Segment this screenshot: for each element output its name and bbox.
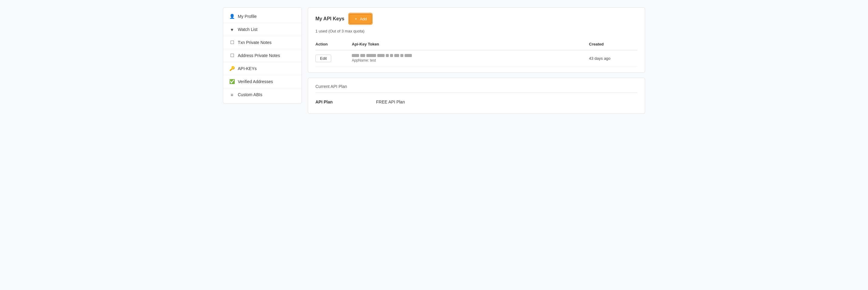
key-icon: 🔑: [229, 66, 235, 71]
column-action: Action: [315, 39, 352, 50]
api-keys-card: My API Keys ＋ Add 1 used (Out of 3 max q…: [308, 7, 645, 73]
token-block-7: [394, 54, 399, 57]
sidebar-item-custom-abis[interactable]: ≡ Custom ABIs: [223, 88, 302, 101]
plan-label: API Plan: [315, 99, 376, 104]
created-cell: 43 days ago: [589, 50, 638, 66]
sidebar-item-watch-list[interactable]: ♥ Watch List: [223, 23, 302, 36]
sidebar: 👤 My Profile ♥ Watch List ☐ Txn Private …: [223, 7, 302, 104]
sidebar-item-label: Address Private Notes: [238, 53, 280, 58]
action-cell: Edit: [315, 50, 352, 66]
api-keys-header: My API Keys ＋ Add: [315, 13, 638, 24]
token-block-4: [377, 54, 384, 57]
plan-value: FREE API Plan: [376, 99, 405, 104]
api-token-masked: [352, 54, 585, 57]
table-row: Edit: [315, 50, 638, 66]
main-content: My API Keys ＋ Add 1 used (Out of 3 max q…: [308, 7, 645, 283]
api-keys-title: My API Keys: [315, 16, 344, 22]
sidebar-item-label: API-KEYs: [238, 66, 256, 71]
column-api-key-token: Api-Key Token: [352, 39, 589, 50]
sidebar-item-label: Watch List: [238, 27, 257, 32]
list-icon: ≡: [229, 92, 235, 97]
app-name: AppName: test: [352, 58, 585, 62]
verified-icon: ✅: [229, 79, 235, 84]
add-api-key-button[interactable]: ＋ Add: [349, 13, 372, 24]
token-block-2: [360, 54, 365, 57]
plan-title: Current API Plan: [315, 84, 638, 93]
edit-button[interactable]: Edit: [315, 55, 331, 62]
heart-icon: ♥: [229, 27, 235, 32]
token-block-1: [352, 54, 359, 57]
token-block-5: [386, 54, 389, 57]
api-token-container: AppName: test: [352, 54, 585, 62]
sidebar-item-label: Txn Private Notes: [238, 40, 272, 45]
user-icon: 👤: [229, 13, 235, 19]
sidebar-item-address-private-notes[interactable]: ☐ Address Private Notes: [223, 49, 302, 62]
token-block-8: [400, 54, 403, 57]
quota-text: 1 used (Out of 3 max quota): [315, 29, 638, 33]
token-block-3: [366, 54, 376, 57]
add-button-label: Add: [360, 17, 367, 21]
note-icon: ☐: [229, 40, 235, 45]
sidebar-item-label: My Profile: [238, 14, 256, 19]
plan-row: API Plan FREE API Plan: [315, 96, 638, 107]
sidebar-item-label: Verified Addresses: [238, 79, 273, 84]
column-created: Created: [589, 39, 638, 50]
add-icon: ＋: [354, 16, 358, 22]
sidebar-item-txn-private-notes[interactable]: ☐ Txn Private Notes: [223, 36, 302, 49]
token-cell: AppName: test: [352, 50, 589, 66]
api-keys-table: Action Api-Key Token Created Edit: [315, 39, 638, 66]
address-note-icon: ☐: [229, 53, 235, 58]
api-plan-card: Current API Plan API Plan FREE API Plan: [308, 78, 645, 114]
sidebar-item-my-profile[interactable]: 👤 My Profile: [223, 10, 302, 23]
token-block-6: [390, 54, 393, 57]
sidebar-item-api-keys[interactable]: 🔑 API-KEYs: [223, 62, 302, 75]
sidebar-item-verified-addresses[interactable]: ✅ Verified Addresses: [223, 75, 302, 88]
sidebar-item-label: Custom ABIs: [238, 92, 262, 97]
token-block-9: [405, 54, 412, 57]
